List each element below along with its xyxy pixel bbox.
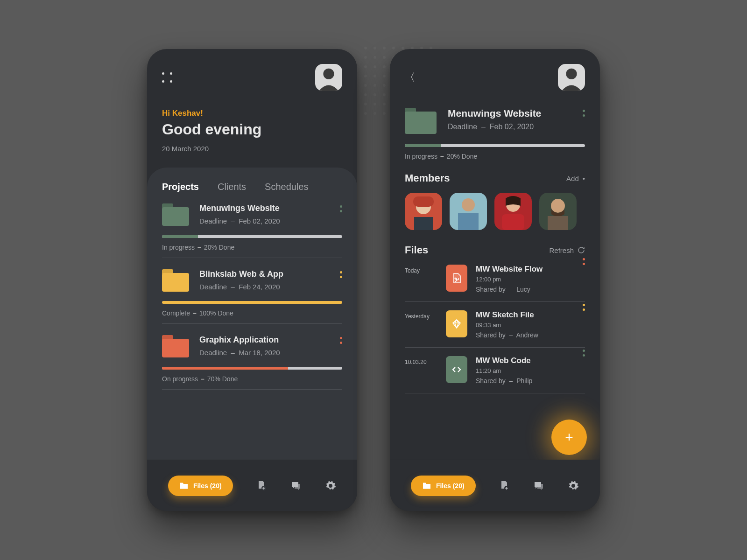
project-more-icon[interactable] [583,110,585,117]
avatar[interactable] [558,64,585,91]
project-card[interactable]: Menuwings Website Deadline – Feb 02, 202… [162,192,342,258]
project-name: Graphix Application [199,335,280,345]
progress-bar [162,367,342,370]
file-more-icon[interactable] [583,304,585,311]
avatar[interactable] [315,64,342,91]
project-status: In progress–20% Done [162,244,342,251]
member-avatar[interactable] [539,193,577,230]
svg-point-1 [323,69,334,79]
back-button[interactable]: 〈 [405,70,415,84]
nav-files-label: Files (20) [193,482,222,490]
project-card[interactable]: Blinkslab Web & App Deadline – Feb 24, 2… [162,258,342,324]
menu-icon[interactable] [162,72,172,83]
bottom-nav: Files (20) [147,460,357,511]
greeting-title: Good evening [162,121,342,138]
file-name: MW Sketch File [476,310,538,320]
project-deadline: Deadline – Feb 02, 2020 [199,217,280,225]
svg-rect-7 [413,196,434,207]
folder-icon [405,108,437,134]
member-avatar[interactable] [494,193,532,230]
nav-tasks-icon[interactable] [499,480,510,491]
file-more-icon[interactable] [583,258,585,265]
svg-point-10 [462,198,475,211]
project-status: Complete–100% Done [162,309,342,317]
projects-panel: Projects Clients Schedules Menuwings Web… [147,168,357,466]
svg-point-16 [551,199,565,213]
progress-bar [162,235,342,238]
project-deadline: Deadline – Feb 02, 2020 [448,123,541,131]
nav-settings-icon[interactable] [325,480,336,491]
project-more-icon[interactable] [340,337,342,344]
tab-schedules[interactable]: Schedules [265,182,308,192]
project-header: Menuwings Website Deadline – Feb 02, 202… [405,108,585,134]
greeting-name: Hi Keshav! [162,109,342,118]
file-name: MW Web Code [476,356,532,365]
greeting: Hi Keshav! Good evening 20 March 2020 [162,109,342,153]
file-time: 09:33 am [476,322,538,329]
file-row[interactable]: Today MW Website Flow 12:00 pm Shared by… [405,256,585,302]
fab-add-button[interactable]: + [551,420,587,455]
nav-files-button[interactable]: Files (20) [168,476,233,496]
refresh-button[interactable]: Refresh [549,246,585,254]
file-type-icon [446,356,467,383]
nav-messages-icon[interactable] [290,480,302,491]
project-deadline: Deadline – Feb 24, 2020 [199,283,283,291]
svg-rect-14 [502,214,524,230]
nav-files-button[interactable]: Files (20) [411,476,476,496]
project-name: Menuwings Website [448,108,541,119]
project-status: On progress–70% Done [162,375,342,383]
file-time: 12:00 pm [476,276,543,283]
member-avatar[interactable] [450,193,487,230]
file-more-icon[interactable] [583,350,585,357]
bottom-nav: Files (20) [390,460,600,511]
file-shared-by: Shared by – Philip [476,377,532,385]
add-member-button[interactable]: Add• [566,175,585,182]
project-status: In progress–20% Done [405,153,585,160]
project-more-icon[interactable] [340,271,342,278]
svg-point-4 [566,69,577,79]
svg-rect-11 [458,213,479,230]
file-row[interactable]: Yesterday MW Sketch File 09:33 am Shared… [405,302,585,348]
project-more-icon[interactable] [340,205,342,212]
members-title: Members [405,172,450,184]
project-progress-bar [405,144,585,147]
project-card[interactable]: Graphix Application Deadline – Mar 18, 2… [162,324,342,390]
nav-tasks-icon[interactable] [256,480,267,491]
members-list [405,193,585,230]
folder-icon [162,335,189,357]
file-day: 10.03.20 [405,356,437,365]
files-title: Files [405,244,428,256]
project-deadline: Deadline – Mar 18, 2020 [199,349,280,357]
file-day: Today [405,265,437,274]
screen-detail: 〈 Menuwings Website Deadline – Feb 02, 2… [390,49,600,511]
project-name: Menuwings Website [199,203,280,213]
greeting-date: 20 March 2020 [162,145,342,153]
folder-icon [162,269,189,292]
file-type-icon [446,265,467,292]
tab-projects[interactable]: Projects [162,182,199,192]
tab-clients[interactable]: Clients [218,182,246,192]
svg-rect-17 [548,216,568,230]
file-type-icon [446,310,467,337]
file-shared-by: Shared by – Andrew [476,331,538,339]
progress-bar [162,301,342,304]
folder-icon [162,203,189,226]
nav-files-label: Files (20) [436,482,465,490]
file-name: MW Website Flow [476,265,543,274]
file-day: Yesterday [405,310,437,320]
member-avatar[interactable] [405,193,442,230]
nav-messages-icon[interactable] [533,480,544,491]
file-row[interactable]: 10.03.20 MW Web Code 11:20 am Shared by … [405,348,585,393]
svg-rect-8 [414,217,433,230]
nav-settings-icon[interactable] [568,480,579,491]
project-name: Blinkslab Web & App [199,269,283,279]
file-time: 11:20 am [476,367,532,374]
file-shared-by: Shared by – Lucy [476,286,543,293]
screen-home: Hi Keshav! Good evening 20 March 2020 Pr… [147,49,357,511]
